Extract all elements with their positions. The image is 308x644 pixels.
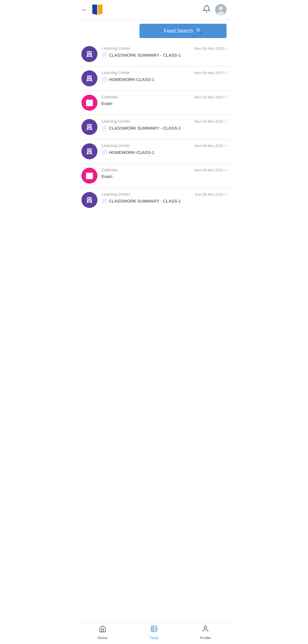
svg-marker-1	[97, 5, 103, 15]
feed-item-icon	[81, 119, 97, 135]
feed-item[interactable]: Calendar Mon 09 Mar 2020 > Exam	[77, 91, 231, 115]
header-left: ←	[81, 3, 104, 16]
feed-search-button[interactable]: Feed Search 🔍	[139, 24, 227, 38]
feed-item-title-text: Exam	[101, 174, 112, 179]
feed-search-label: Feed Search	[164, 28, 193, 34]
feed-item-meta: Learning Center Mon 09 Mar 2020 >	[101, 70, 227, 75]
feed-item-meta: Learning Center Mon 09 Mar 2020 >	[101, 119, 227, 124]
feed-item[interactable]: Learning Center Sun 08 Mar 2020 > 📄 CLAS…	[77, 188, 231, 212]
document-icon: 📄	[101, 198, 107, 204]
feed-item-title-text: CLASSWORK SUMMARY - CLASS-1	[109, 53, 181, 58]
app-logo	[91, 3, 104, 16]
feed-item-title: 📄 HOMEWORK-CLASS-1	[101, 150, 227, 155]
feed-item-title-text: CLASSWORK SUMMARY - CLASS-1	[109, 126, 181, 130]
feed-item-content: Learning Center Mon 09 Mar 2020 > 📄 HOME…	[101, 70, 227, 82]
svg-point-4	[219, 6, 223, 10]
feed-item-date: Mon 09 Mar 2020 >	[194, 95, 227, 99]
user-avatar[interactable]	[215, 4, 227, 15]
feed-item-date: Sun 08 Mar 2020 >	[195, 192, 227, 197]
svg-marker-0	[92, 5, 97, 15]
feed-item-icon	[81, 70, 97, 86]
feed-item[interactable]: Calendar Mon 09 Mar 2020 > Exam	[77, 164, 231, 188]
feed-item-icon	[81, 168, 97, 184]
feed-item-icon	[81, 46, 97, 62]
feed-item[interactable]: Learning Center Mon 09 Mar 2020 > 📄 CLAS…	[77, 115, 231, 139]
feed-item-title: 📄 CLASSWORK SUMMARY - CLASS-1	[101, 125, 227, 131]
back-button[interactable]: ←	[81, 6, 88, 13]
feed-item-title: Exam	[101, 101, 227, 106]
feed-item-title-text: HOMEWORK-CLASS-1	[109, 150, 154, 155]
feed-item-category: Learning Center	[101, 192, 130, 197]
feed-item-title-text: HOMEWORK-CLASS-1	[109, 77, 154, 82]
feed-item[interactable]: Learning Center Mon 09 Mar 2020 > 📄 CLAS…	[77, 42, 231, 66]
feed-item-date: Mon 09 Mar 2020 >	[194, 71, 227, 75]
header-right	[203, 4, 227, 15]
feed-item-content: Calendar Mon 09 Mar 2020 > Exam	[101, 168, 227, 179]
feed-item-content: Learning Center Sun 08 Mar 2020 > 📄 CLAS…	[101, 192, 227, 204]
feed-item-date: Mon 09 Mar 2020 >	[194, 46, 227, 51]
feed-item-icon	[81, 143, 97, 159]
feed-item-category: Learning Center	[101, 46, 130, 51]
feed-item-icon	[81, 192, 97, 208]
search-bar-container: Feed Search 🔍	[77, 20, 231, 42]
feed-item-category: Learning Center	[101, 70, 130, 75]
feed-item[interactable]: Learning Center Mon 09 Mar 2020 > 📄 HOME…	[77, 139, 231, 164]
document-icon: 📄	[101, 125, 107, 131]
document-icon: 📄	[101, 77, 107, 82]
feed-item-meta: Learning Center Sun 08 Mar 2020 >	[101, 192, 227, 197]
feed-item-category: Learning Center	[101, 119, 130, 124]
search-icon: 🔍	[196, 28, 202, 34]
feed-item-meta: Calendar Mon 09 Mar 2020 >	[101, 168, 227, 172]
feed-item-date: Mon 09 Mar 2020 >	[194, 168, 227, 172]
feed-item-title: 📄 CLASSWORK SUMMARY - CLASS-1	[101, 198, 227, 204]
app-header: ←	[77, 0, 231, 20]
feed-item-content: Calendar Mon 09 Mar 2020 > Exam	[101, 95, 227, 106]
notification-bell-icon[interactable]	[203, 5, 211, 15]
content-area: Feed Search 🔍 Learning Center Mon 09 Mar…	[77, 20, 231, 235]
feed-item-meta: Learning Center Mon 09 Mar 2020 >	[101, 143, 227, 148]
feed-item-title: 📄 CLASSWORK SUMMARY - CLASS-1	[101, 52, 227, 58]
feed-item-date: Mon 09 Mar 2020 >	[194, 144, 227, 148]
feed-item-content: Learning Center Mon 09 Mar 2020 > 📄 HOME…	[101, 143, 227, 155]
feed-item-content: Learning Center Mon 09 Mar 2020 > 📄 CLAS…	[101, 119, 227, 131]
feed-item-category: Calendar	[101, 95, 118, 99]
feed-item[interactable]: Learning Center Mon 09 Mar 2020 > 📄 HOME…	[77, 66, 231, 91]
feed-item-meta: Learning Center Mon 09 Mar 2020 >	[101, 46, 227, 51]
feed-list: Learning Center Mon 09 Mar 2020 > 📄 CLAS…	[77, 42, 231, 212]
feed-item-date: Mon 09 Mar 2020 >	[194, 119, 227, 124]
feed-item-title: 📄 HOMEWORK-CLASS-1	[101, 77, 227, 82]
feed-item-content: Learning Center Mon 09 Mar 2020 > 📄 CLAS…	[101, 46, 227, 58]
feed-item-category: Calendar	[101, 168, 118, 172]
feed-item-icon	[81, 95, 97, 111]
feed-item-title: Exam	[101, 174, 227, 179]
feed-item-title-text: Exam	[101, 101, 112, 106]
document-icon: 📄	[101, 150, 107, 155]
document-icon: 📄	[101, 52, 107, 58]
feed-item-title-text: CLASSWORK SUMMARY - CLASS-1	[109, 199, 181, 203]
feed-item-meta: Calendar Mon 09 Mar 2020 >	[101, 95, 227, 99]
feed-item-category: Learning Center	[101, 143, 130, 148]
